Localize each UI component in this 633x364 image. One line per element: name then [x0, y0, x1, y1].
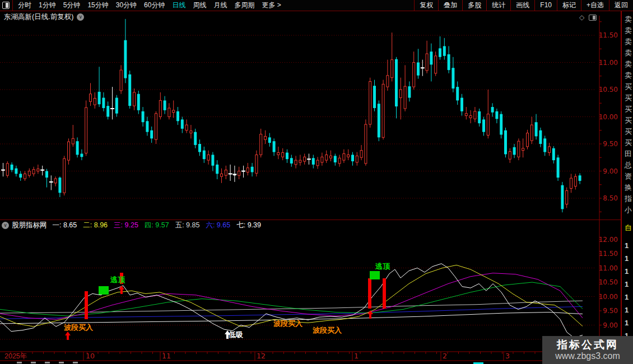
diamond-icon[interactable]: ◇: [579, 13, 584, 21]
indicator-value-七: 七: 9.39: [236, 221, 261, 229]
period-tab-月线[interactable]: 月线: [213, 1, 227, 9]
indicator-value-三: 三: 9.25: [114, 221, 138, 229]
period-tab-5分钟[interactable]: 5分钟: [63, 1, 81, 9]
chart-corner-icons: ◇: [579, 13, 597, 21]
edge-glyph: 买: [625, 83, 632, 90]
period-tab-周线[interactable]: 周线: [193, 1, 206, 9]
action-button-复权[interactable]: 复权: [414, 0, 438, 11]
action-menu: 复权叠加多股统计画线F10标记+自选返回: [414, 0, 633, 11]
edge-glyph-highlight: 自: [625, 224, 632, 231]
edge-glyph: 总: [625, 161, 632, 169]
edge-glyph: 卖: [625, 49, 632, 57]
edge-glyph: 资: [625, 172, 632, 180]
period-tab-日线[interactable]: 日线: [172, 1, 185, 9]
edge-glyph: 买: [625, 139, 632, 146]
svg-text:12: 12: [257, 352, 266, 360]
svg-text:9.00: 9.00: [603, 167, 618, 175]
svg-text:波段买入: 波段买入: [313, 326, 342, 334]
indicator-value-一: 一: 8.65: [53, 221, 77, 229]
action-button-标记[interactable]: 标记: [557, 0, 581, 11]
action-button-多股[interactable]: 多股: [462, 0, 486, 11]
watermark-site-url: www.zbgs3.com: [555, 351, 620, 361]
edge-digit: 1: [625, 242, 629, 249]
panel-layout-icon[interactable]: [589, 15, 597, 21]
action-button-统计[interactable]: 统计: [486, 0, 510, 11]
edge-glyph: 换: [625, 184, 632, 191]
period-tab-15分钟[interactable]: 15分钟: [87, 1, 108, 9]
edge-digit: 1: [625, 319, 629, 326]
period-tab-60分钟[interactable]: 60分钟: [144, 1, 165, 9]
edge-glyph: 田: [625, 150, 632, 157]
quote-strip-clipped[interactable]: 卖卖卖卖卖卖买买买买买买田总资换指小自11111111: [621, 0, 633, 364]
period-tab-更多 >[interactable]: 更多 >: [262, 1, 281, 9]
indicator-value-四: 四: 9.57: [145, 221, 169, 229]
chevron-down-icon[interactable]: ∨: [77, 13, 84, 21]
action-button-返回[interactable]: 返回: [609, 0, 633, 11]
edge-digit: 1: [625, 268, 629, 275]
edge-glyph: 卖: [625, 27, 632, 34]
period-menu: 分时1分钟5分钟15分钟30分钟60分钟日线周线月线多周期更多 >: [18, 1, 288, 10]
edge-digit: 1: [625, 306, 629, 314]
edge-digit: 1: [625, 255, 629, 262]
chevron-down-icon[interactable]: ∨: [2, 222, 9, 229]
indicator-header: ∨ 股朋指标网 一: 8.65二: 8.96三: 9.25四: 9.57五: 9…: [0, 221, 616, 230]
top-menu-bar: 分时1分钟5分钟15分钟30分钟60分钟日线周线月线多周期更多 > 复权叠加多股…: [0, 0, 633, 11]
svg-text:波段买入: 波段买入: [273, 319, 303, 328]
svg-text:波段买入: 波段买入: [64, 323, 94, 332]
action-button-画线[interactable]: 画线: [510, 0, 534, 11]
edge-glyph: 买: [625, 128, 632, 135]
menu-divider: [12, 0, 13, 11]
svg-text:3: 3: [505, 352, 510, 360]
action-button-叠加[interactable]: 叠加: [438, 0, 462, 11]
action-button-F10[interactable]: F10: [534, 0, 557, 11]
svg-text:9.50: 9.50: [603, 307, 618, 315]
edge-glyph: 卖: [625, 60, 632, 68]
indicator-value-二: 二: 8.96: [83, 221, 108, 229]
action-button-+自选[interactable]: +自选: [581, 0, 609, 11]
edge-glyph: 买: [625, 105, 632, 113]
svg-text:逃顶: 逃顶: [375, 262, 390, 270]
svg-text:1: 1: [354, 352, 359, 360]
svg-text:2: 2: [443, 352, 447, 360]
svg-text:8.50: 8.50: [603, 194, 618, 202]
period-tab-多周期[interactable]: 多周期: [234, 1, 254, 9]
stock-app-window: 分时1分钟5分钟15分钟30分钟60分钟日线周线月线多周期更多 > 复权叠加多股…: [0, 0, 633, 364]
period-tab-30分钟[interactable]: 30分钟: [116, 1, 137, 9]
svg-text:2025年: 2025年: [4, 352, 27, 360]
indicator-value-六: 六: 9.65: [206, 221, 230, 229]
indicator-name[interactable]: 股朋指标网: [12, 221, 47, 230]
window-split-icon[interactable]: [2, 2, 10, 9]
edge-glyph: 小: [625, 206, 632, 213]
svg-text:逃顶: 逃顶: [110, 276, 125, 284]
watermark-site-name: 指标公式网: [557, 339, 618, 351]
svg-text:9.00: 9.00: [603, 321, 618, 329]
edge-glyph: 卖: [625, 38, 632, 45]
period-tab-分时[interactable]: 分时: [18, 1, 31, 9]
svg-text:9.50: 9.50: [603, 140, 618, 148]
price-chart-canvas[interactable]: 11.5011.0010.5010.009.509.008.5012.0011.…: [0, 0, 633, 364]
indicator-values: 一: 8.65二: 8.96三: 9.25四: 9.57五: 9.85六: 9.…: [53, 221, 267, 230]
period-tab-1分钟[interactable]: 1分钟: [39, 1, 56, 9]
edge-digit: 1: [625, 293, 629, 301]
edge-glyph: 指: [625, 195, 632, 202]
edge-glyph: 买: [625, 94, 632, 101]
edge-digit: 1: [625, 281, 629, 288]
edge-glyph: 卖: [625, 16, 632, 23]
indicator-value-五: 五: 9.85: [175, 221, 200, 229]
svg-text:10: 10: [86, 352, 95, 360]
edge-glyph: 买: [625, 116, 632, 124]
stock-title[interactable]: 东湖高新(日线.前复权): [4, 12, 73, 22]
chart-title-bar: 东湖高新(日线.前复权) ∨: [0, 11, 577, 22]
svg-text:低吸: 低吸: [228, 330, 244, 339]
edge-glyph: 卖: [625, 72, 632, 79]
watermark-box: 指标公式网 www.zbgs3.com: [542, 336, 633, 364]
svg-text:11: 11: [162, 352, 171, 360]
